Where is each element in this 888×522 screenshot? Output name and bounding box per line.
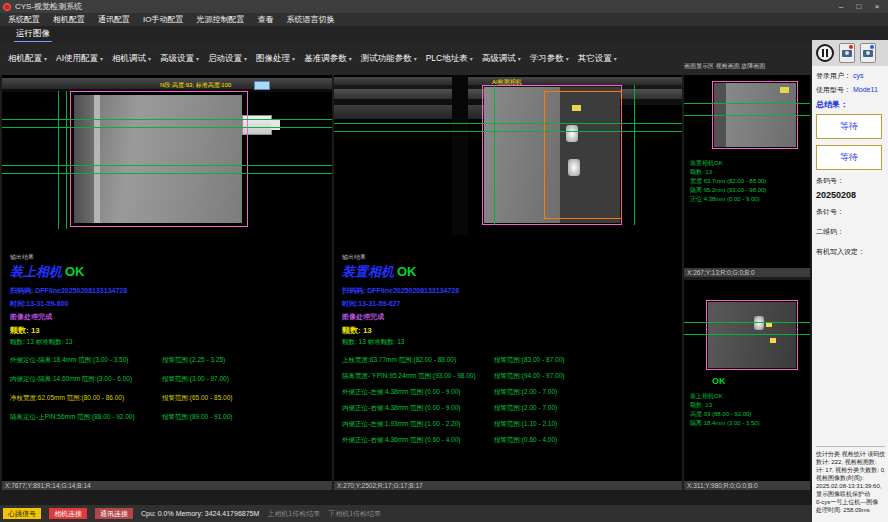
marker-chip	[254, 81, 270, 90]
menu-item[interactable]: 系统语言切换	[286, 14, 334, 25]
count-detail: 颗数: 13 标准颗数: 13	[342, 338, 678, 347]
statusbar: 心跳信号 相机连接 通讯连接 Cpu: 0.0% Memory: 3424.41…	[0, 505, 812, 522]
overlay-text-line: 隔离:18.4mm (3.00 - 3.50)	[690, 419, 760, 428]
toolbar-item[interactable]: 高级设置	[160, 53, 199, 65]
toolbar-item[interactable]: AI使用配置	[56, 53, 103, 65]
small-panel-header: 画面显示区 视检画面 故障画面	[684, 60, 812, 73]
overlay-text-line: 颗数: 13	[690, 168, 766, 177]
camera-view-right[interactable]: AI检测相机 输出结果 装置相机OK 扫码码: DFFline202502081…	[334, 75, 682, 490]
toolbar-item[interactable]: 启动设置	[208, 53, 247, 65]
qr-label: 二维码：	[816, 227, 884, 237]
toolbar-item[interactable]: 其它设置	[578, 53, 617, 65]
measurement-row: 外侧正位-左侧:4.38mm 范围:(0.00 - 9.00) 报警范围:(2.…	[342, 388, 678, 397]
control-button-strip	[812, 40, 888, 66]
pause-button[interactable]	[816, 44, 834, 62]
camera-view-left[interactable]: N段:高度:93; 标准高度:100 输出结果 装上相机OK 扫码码: DFFl…	[2, 75, 332, 490]
toolbar-item[interactable]: 相机配置	[8, 53, 47, 65]
alarm-range: 报警范围:(65.00 - 85.00)	[162, 394, 232, 403]
overlay-text-line: 颗数: 13	[690, 401, 760, 410]
overlay-label: N段:高度:93; 标准高度:100	[160, 81, 231, 90]
alarm-range: 报警范围:(2.25 - 3.25)	[162, 356, 225, 365]
code-value: 20250208	[816, 190, 884, 200]
measurement-value: 内侧正位-左侧:1.93mm 范围:(1.00 - 2.20)	[342, 420, 494, 429]
menu-item[interactable]: 系统配置	[8, 14, 40, 25]
barcode-line: 扫码码: DFFline20250208133134728	[342, 286, 678, 296]
camera-icon	[842, 50, 852, 57]
tab-run-image[interactable]: 运行图像	[14, 27, 52, 42]
measurement-value: 隔离定位-上PIN:56mm 范围:(88.00 - 92.00)	[10, 413, 162, 422]
maximize-button[interactable]: □	[851, 2, 867, 11]
toolbar-item[interactable]: 基准调参数	[304, 53, 352, 65]
toolbar-item[interactable]: 测试功能参数	[361, 53, 417, 65]
overlay-text-line: 隔离:95.2mm (93.00 - 98.00)	[690, 186, 766, 195]
overlay-text-line: 宽度:63.7mm (82.00 - 88.00)	[690, 177, 766, 186]
result-box-list: 等待等待	[816, 114, 884, 170]
close-button[interactable]: ×	[869, 2, 885, 11]
measurement-row: 外侧定位-隔离:18.4mm 范围:(3.00 - 3.50) 报警范围:(2.…	[10, 356, 328, 365]
result-ok-text: OK	[712, 376, 726, 386]
stats-line: 计: 17, 视检分类失败数: 0,	[816, 466, 885, 474]
stats-line: 统计分类 视检统计 读码统计	[816, 450, 885, 458]
alarm-range: 报警范围:(3.00 - 97.00)	[162, 375, 229, 384]
measurement-value: 外侧正位-右侧:4.36mm 范围:(0.60 - 4.00)	[342, 436, 494, 445]
cam-result-title: 装置相机	[342, 264, 394, 279]
menu-item[interactable]: 相机配置	[53, 14, 85, 25]
stats-line: 数计: 222, 视检检测数:	[816, 458, 885, 466]
overlay-text-line: 高度:93 (88.00 - 92.00)	[690, 410, 760, 419]
alarm-range: 报警范围:(2.00 - 7.00)	[494, 404, 557, 413]
stats-line: 0-cys一号上位机—图像	[816, 498, 885, 506]
count-label: 颗数: 13	[342, 325, 678, 336]
alarm-range: 报警范围:(2.00 - 7.00)	[494, 388, 557, 397]
menu-item[interactable]: 光源控制配置	[196, 14, 244, 25]
total-result-label: 总结果：	[816, 99, 884, 110]
menu-item[interactable]: IO手动配置	[143, 14, 183, 25]
camera-capture-button-1[interactable]	[839, 43, 855, 63]
login-user-value: cys	[853, 72, 864, 79]
status-heartbeat-badge: 心跳信号	[3, 508, 41, 519]
measurement-value: 上枝宽度:63.77mm 范围:(82.00 - 88.00)	[342, 356, 494, 365]
toolbar-item[interactable]: 高级调试	[482, 53, 521, 65]
pause-icon	[822, 49, 824, 57]
measurement-row: 上枝宽度:63.77mm 范围:(82.00 - 88.00) 报警范围:(83…	[342, 356, 678, 365]
model-value[interactable]: Mode11	[853, 86, 878, 93]
detect-box	[544, 91, 622, 219]
measurement-list: 上枝宽度:63.77mm 范围:(82.00 - 88.00) 报警范围:(83…	[342, 356, 678, 445]
cam-result-title: 装上相机	[10, 264, 62, 279]
overlay-text-line: 正位:4.38mm (0.00 - 9.00)	[690, 195, 766, 204]
pin-label: 条针号：	[816, 207, 884, 217]
cam-result-ok: OK	[65, 264, 85, 279]
toolbar-item[interactable]: PLC地址表	[426, 53, 473, 65]
small-camera-view-2[interactable]: OK 装上相机OK颗数: 13高度:93 (88.00 - 92.00)隔离:1…	[684, 280, 810, 490]
output-label: 输出结果	[10, 253, 328, 262]
status-comm-badge: 通讯连接	[95, 508, 133, 519]
measurement-list: 外侧定位-隔离:18.4mm 范围:(3.00 - 3.50) 报警范围:(2.…	[10, 356, 328, 422]
camera-capture-button-2[interactable]	[860, 43, 876, 63]
result-box: 等待	[816, 145, 882, 170]
toolbar-item[interactable]: 图像处理	[256, 53, 295, 65]
code-label: 条码号：	[816, 176, 844, 186]
app-logo-icon	[3, 3, 11, 11]
minimize-button[interactable]: –	[833, 2, 849, 11]
toolbar-item[interactable]: 相机调试	[112, 53, 151, 65]
alarm-range: 报警范围:(0.60 - 4.00)	[494, 436, 557, 445]
measurement-value: 外侧正位-左侧:4.38mm 范围:(0.00 - 9.00)	[342, 388, 494, 397]
measurement-value: 内侧正位-右侧:4.38mm 范围:(0.00 - 9.00)	[342, 404, 494, 413]
roi-box	[70, 91, 248, 227]
login-user-label: 登录用户：	[816, 71, 851, 81]
menu-item[interactable]: 通讯配置	[98, 14, 130, 25]
status-camera-badge: 相机连接	[49, 508, 87, 519]
measurement-row: 外侧正位-右侧:4.36mm 范围:(0.60 - 4.00) 报警范围:(0.…	[342, 436, 678, 445]
small-camera-view-1[interactable]: 装置相机OK颗数: 13宽度:63.7mm (82.00 - 88.00)隔离:…	[684, 75, 810, 277]
tab-strip: 运行图像	[0, 26, 888, 43]
result-box: 等待	[816, 114, 882, 139]
alarm-range: 报警范围:(83.00 - 87.00)	[494, 356, 564, 365]
toolbar-item[interactable]: 学习参数	[530, 53, 569, 65]
count-detail: 颗数: 13 标准颗数: 13	[10, 338, 328, 347]
stats-line: 2025.02.08-13:31:39:60,	[816, 482, 885, 490]
menu-item[interactable]: 查看	[257, 14, 273, 25]
status-msg-upper: 上相机1传检结果	[267, 509, 320, 519]
stats-line: 处理时间: 258.09ms	[816, 506, 885, 514]
status-msg-lower: 下相机1传检结果	[328, 509, 381, 519]
measurement-row: 内侧定位-隔离:14.60mm 范围:(3.00 - 6.00) 报警范围:(3…	[10, 375, 328, 384]
measurement-row: 内侧正位-左侧:1.93mm 范围:(1.00 - 2.20) 报警范围:(1.…	[342, 420, 678, 429]
